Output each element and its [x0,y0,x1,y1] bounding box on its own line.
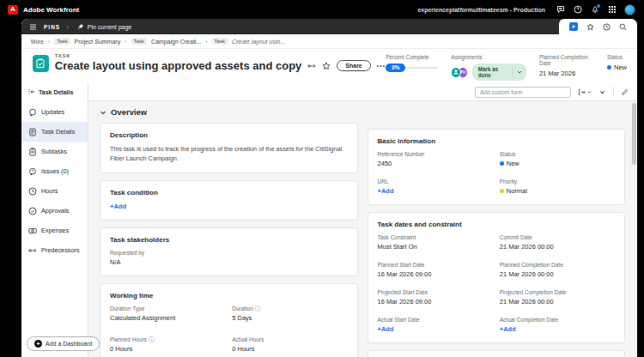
field-commit-date: Commit Date 21 Mar 2026 00:00 [500,234,615,251]
scrollbar-thumb[interactable] [632,103,636,165]
field-priority: Priority Normal [500,178,615,195]
add-task-condition-link[interactable]: +Add [110,203,348,210]
assignments-block: Assignments PU Mark as done [451,54,526,81]
breadcrumb-current: Create layout usin... [232,39,285,45]
collapse-panel-icon[interactable] [28,88,35,95]
mark-as-done-dropdown[interactable] [512,68,526,76]
user-avatar[interactable] [624,4,635,15]
field-actual-completion-date: Actual Completion Date +Add [500,317,615,333]
task-condition-card: Task condition +Add [100,180,358,221]
pins-label: PINS [44,24,60,30]
field-planned-completion-date: Planned Completion Date 21 Mar 2026 00:0… [500,262,615,278]
card-title: Description [110,131,348,139]
edit-pencil-icon[interactable] [621,88,629,96]
add-url-link[interactable]: +Add [378,187,493,195]
app-window: PINS › Pin current page [21,19,637,357]
search-icon[interactable] [618,22,627,31]
app-switcher-grid-icon[interactable] [607,5,617,15]
favorite-star-icon[interactable] [322,62,331,70]
sidebar-item-task-details[interactable]: Task Details [21,122,88,142]
overview-right-column: Basic information Reference Number 2450 … [368,129,626,357]
vertical-scrollbar[interactable] [631,103,636,355]
issue-bubble-icon [28,167,37,176]
sidebar-item-label: Subtasks [41,148,67,155]
breadcrumb: More › Task Project Summary › Task Campa… [21,34,637,49]
pin-current-page-button[interactable]: Pin current page [77,23,131,30]
field-url: URL +Add [378,178,493,195]
working-time-card: Working time Duration Type Calculated As… [100,283,358,357]
sidebar-item-predecessors[interactable]: Predecessors [21,240,88,260]
field-value: Calculated Assignment [110,314,225,322]
add-dashboard-button[interactable]: + Add a Dashboard [27,336,100,351]
chevron-down-icon [100,109,106,116]
notifications-bell-icon[interactable] [590,5,599,15]
field-task-constraint: Task Constraint Must Start On [378,234,493,251]
add-custom-form-input[interactable] [475,87,571,98]
field-label: Actual Hours [232,336,264,342]
layout-dropdown-chevron-icon[interactable] [598,88,606,96]
add-actual-completion-link[interactable]: +Add [500,325,615,333]
field-label: Commit Date [500,234,532,240]
assignee-avatar-role[interactable] [451,67,461,78]
help-icon[interactable] [573,5,582,15]
field-value: New [507,160,519,167]
breadcrumb-link[interactable]: Project Summary [75,39,121,45]
field-planned-start-date: Planned Start Date 16 Mar 2026 09:00 [378,262,493,278]
field-value: 21 Mar 2026 00:00 [500,243,615,251]
sidebar-item-subtasks[interactable]: Subtasks [21,142,88,161]
sidebar-item-issues[interactable]: Issues (0) [21,161,88,181]
left-panel: Task Details Updates Task Details Subtas… [21,83,88,357]
more-options-button[interactable]: ••• [377,63,386,69]
flow-icon [28,246,37,255]
percent-complete-track [405,67,438,69]
field-label: Status [500,151,515,157]
feedback-icon[interactable] [556,5,565,15]
add-actual-start-link[interactable]: +Add [378,325,493,333]
planned-completion-label: Planned Completion Date [539,54,594,66]
planned-completion-block: Planned Completion Date 21 Mar 2026 [539,54,594,81]
environment-label: experienceplatformultimateesm - Producti… [417,7,545,13]
overview-section-header[interactable]: Overview [100,107,625,117]
field-value: 16 Mar 2026 09:00 [378,298,493,306]
sidebar-item-updates[interactable]: Updates [21,102,88,122]
main-menu-hamburger-icon[interactable] [29,23,37,31]
predecessor-flow-icon[interactable] [307,62,316,70]
workfront-app-badge-icon[interactable] [569,22,578,31]
breadcrumb-separator: › [205,39,207,45]
field-projected-completion-date: Projected Completion Date 21 Mar 2026 00… [500,289,615,306]
info-icon[interactable]: ⓘ [255,306,261,312]
field-duration: Durationⓘ 5 Days [232,306,347,322]
sidebar-item-approvals[interactable]: Approvals [21,201,88,221]
share-button[interactable]: Share [337,60,370,71]
favorites-star-icon[interactable] [586,22,594,31]
field-status: Status New [500,151,615,167]
card-title: Task condition [110,189,348,197]
field-label: Actual Completion Date [500,317,558,323]
basic-information-card: Basic information Reference Number 2450 … [368,129,626,205]
breadcrumb-type-badge: Task [212,38,228,45]
sidebar-item-hours[interactable]: Hours [21,181,88,201]
task-header: TASK Create layout using approved assets… [21,49,637,83]
mark-as-done-button[interactable]: Mark as done [472,64,526,81]
priority-dot [500,189,504,193]
field-duration-type: Duration Type Calculated Assignment [110,306,225,322]
percent-complete-pill[interactable]: 0% [386,64,405,72]
recents-history-icon[interactable] [602,22,611,31]
assignments-label: Assignments [451,54,526,60]
sidebar-item-label: Issues (0) [41,167,69,175]
document-icon [28,128,37,136]
breadcrumb-more[interactable]: More [31,39,44,45]
overview-title: Overview [111,107,147,117]
info-icon[interactable]: ⓘ [149,336,155,342]
export-icon[interactable] [578,88,592,96]
field-label: Duration Type [110,306,144,312]
status-badge[interactable]: New [607,64,627,71]
screen: A Adobe Workfront experienceplatformulti… [0,0,644,357]
percent-complete-block: Percent Complete 0% [386,54,438,81]
clock-icon [28,187,37,196]
sidebar-item-expenses[interactable]: Expenses [21,221,88,240]
status-label: Status [607,54,627,60]
breadcrumb-link[interactable]: Campaign Creati... [151,39,201,45]
field-value: 0 Hours [110,345,225,353]
card-title: Task stakeholders [110,236,348,244]
